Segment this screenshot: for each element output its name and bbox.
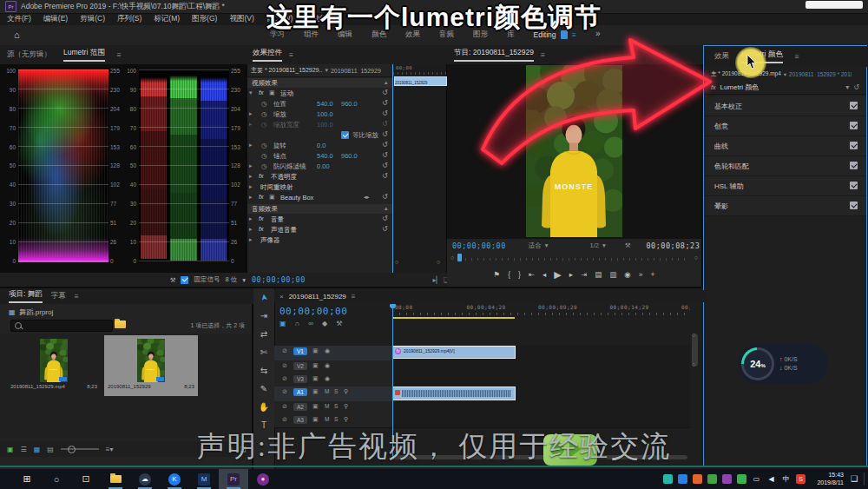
- reset-icon[interactable]: ↺: [382, 225, 388, 233]
- solo-button[interactable]: S: [334, 388, 338, 394]
- clip-thumbnail[interactable]: MONSTE: [40, 339, 68, 382]
- project-tab[interactable]: 字幕: [51, 291, 66, 301]
- lift-button[interactable]: ▤: [595, 270, 602, 279]
- eye-icon[interactable]: ◉: [325, 362, 330, 369]
- track-header-A2[interactable]: ⊘A2▣MS⚲: [274, 401, 392, 414]
- track-badge[interactable]: V2: [293, 362, 307, 370]
- clip-thumbnail[interactable]: MONSTE: [137, 339, 165, 382]
- reset-icon[interactable]: ↺: [382, 99, 388, 107]
- video-clip[interactable]: fx20190811_152929.mp4[V]: [392, 346, 516, 359]
- ec-row-音量[interactable]: ▸fx音量↺: [247, 215, 392, 225]
- ec-section-header[interactable]: 音频效果▴: [247, 204, 392, 214]
- keyframe-nav-icon[interactable]: ◂▸: [364, 194, 370, 201]
- stopwatch-icon[interactable]: ◷: [261, 110, 267, 118]
- timeline-ruler[interactable]: 00;0000;00;04;2900;00;09;2900;00;14;2900…: [392, 304, 690, 316]
- stopwatch-icon[interactable]: ◷: [261, 142, 267, 149]
- export-frame-button[interactable]: ◉: [624, 270, 630, 279]
- playback-resolution-select[interactable]: 1/2: [590, 241, 599, 249]
- track-badge[interactable]: A2: [293, 403, 307, 411]
- volume-icon[interactable]: ◀: [766, 474, 776, 484]
- reset-icon[interactable]: ↺: [382, 162, 388, 169]
- program-scrubber[interactable]: ○ ○: [450, 253, 698, 263]
- reset-icon[interactable]: ↺: [382, 193, 388, 201]
- scopes-tab[interactable]: Lumetri 范围: [63, 48, 105, 62]
- action-center-icon[interactable]: ❑: [851, 474, 858, 483]
- mark-out-button[interactable]: }: [518, 270, 521, 279]
- reset-icon[interactable]: ↺: [382, 89, 388, 96]
- reset-icon[interactable]: ↺: [382, 120, 388, 128]
- purple-app-button[interactable]: ●: [248, 469, 278, 489]
- collapse-icon[interactable]: ▴: [385, 79, 388, 86]
- sync-lock-icon[interactable]: ▣: [312, 347, 319, 354]
- track-header-V1[interactable]: ⊘V1▣◉: [274, 346, 392, 360]
- bin-name[interactable]: 舞蹈.prproj: [20, 307, 54, 317]
- reset-icon[interactable]: ↺: [382, 130, 388, 138]
- ime-icon[interactable]: 中: [781, 474, 791, 484]
- search-input[interactable]: [10, 320, 113, 332]
- sync-lock-icon[interactable]: ▣: [312, 375, 319, 382]
- project-item[interactable]: MONSTE20190811_152929.mp48;23: [7, 335, 101, 396]
- ec-source-caret[interactable]: ▾: [325, 67, 328, 74]
- track-header-V2[interactable]: ⊘V2▣◉: [274, 360, 392, 373]
- slip-tool[interactable]: ⇆: [253, 361, 274, 380]
- panel-menu-icon[interactable]: ≡: [352, 293, 356, 301]
- ripple-edit-tool[interactable]: ⇄: [253, 325, 274, 343]
- premiere-button[interactable]: Pr: [219, 469, 248, 489]
- mute-button[interactable]: M: [325, 388, 329, 394]
- stopwatch-icon[interactable]: ◷: [261, 121, 267, 129]
- sync-lock-icon[interactable]: ▣: [312, 416, 319, 423]
- track-header-A1[interactable]: ⊘A1▣MS⚲: [274, 387, 392, 401]
- param-value[interactable]: 100.0: [317, 110, 333, 118]
- ec-row-位置[interactable]: ◷位置540.0960.0↺: [247, 99, 392, 109]
- param-value[interactable]: 960.0: [341, 152, 358, 160]
- play-button[interactable]: ▶: [554, 269, 561, 281]
- section-checkbox[interactable]: [850, 162, 858, 169]
- section-checkbox[interactable]: [850, 102, 858, 109]
- close-tab-icon[interactable]: ×: [279, 293, 284, 301]
- param-value[interactable]: 960.0: [341, 100, 358, 108]
- ec-row-运动[interactable]: ▾fx▣运动↺: [247, 89, 392, 99]
- ec-row-不透明度[interactable]: ▸fx不透明度↺: [247, 172, 392, 182]
- reset-icon[interactable]: ↺: [382, 172, 388, 180]
- snap-icon[interactable]: ∩: [295, 320, 300, 327]
- project-tab[interactable]: 项目: 舞蹈: [9, 289, 43, 303]
- expander-icon[interactable]: ▸: [249, 194, 253, 201]
- scopes-tab[interactable]: 源（无剪辑）: [7, 50, 51, 60]
- nest-toggle-icon[interactable]: ▣: [279, 320, 286, 327]
- timeline-timecode[interactable]: 00;00;00;00: [279, 306, 347, 317]
- ec-mini-timeline[interactable]: 00;00 20190811_152929 ○ ○: [392, 64, 446, 273]
- network-icon[interactable]: ▭: [752, 474, 761, 484]
- quark-browser-button[interactable]: ☁: [130, 469, 160, 489]
- fit-caret[interactable]: ▾: [545, 241, 549, 249]
- track-header-V3[interactable]: ⊘V3▣◉: [274, 373, 392, 387]
- program-settings-icon[interactable]: ⚒: [625, 241, 631, 249]
- panel-menu-icon[interactable]: ≡: [289, 50, 293, 59]
- solo-button[interactable]: S: [334, 416, 338, 422]
- linked-selection-icon[interactable]: ∞: [308, 320, 313, 327]
- lumetri-effect-caret[interactable]: ▾: [845, 83, 849, 91]
- ec-row-时间重映射[interactable]: ▸时间重映射: [247, 182, 392, 193]
- tray-icon-shield[interactable]: [678, 474, 687, 484]
- tray-icon-orange[interactable]: [693, 474, 702, 484]
- stopwatch-icon[interactable]: ◷: [261, 100, 267, 108]
- scope-settings-icon[interactable]: ⚒: [170, 276, 176, 284]
- ec-row-旋转[interactable]: ▸◷旋转0.0↺: [247, 141, 392, 151]
- panel-menu-icon[interactable]: ≡: [795, 52, 799, 61]
- track-lane[interactable]: [392, 373, 690, 387]
- kuaishou-button[interactable]: K: [160, 469, 189, 489]
- bit-depth-caret[interactable]: ▾: [242, 276, 246, 284]
- taskbar-clock[interactable]: 15:43 2019/8/11: [817, 472, 844, 486]
- show-desktop-button[interactable]: [864, 472, 865, 486]
- task-view-button[interactable]: ⊡: [71, 469, 101, 489]
- param-value[interactable]: 540.0: [317, 100, 333, 108]
- razor-tool[interactable]: ✄: [253, 343, 274, 361]
- pen-tool[interactable]: ✎: [253, 380, 274, 398]
- ec-row-Beauty Box[interactable]: ▸fx▣Beauty Box◂▸↺: [247, 193, 392, 203]
- ec-play-icon[interactable]: ▸▏: [432, 276, 441, 284]
- add-button[interactable]: +: [650, 270, 654, 279]
- ec-row-锚点[interactable]: ◷锚点540.0960.0↺: [247, 151, 392, 162]
- lumetri-section-HSL 辅助[interactable]: HSL 辅助: [704, 176, 866, 196]
- ec-timecode[interactable]: 00;00;00;00: [252, 275, 306, 284]
- lumetri-source-caret[interactable]: ▾: [784, 71, 786, 78]
- work-area-bar[interactable]: [392, 317, 515, 319]
